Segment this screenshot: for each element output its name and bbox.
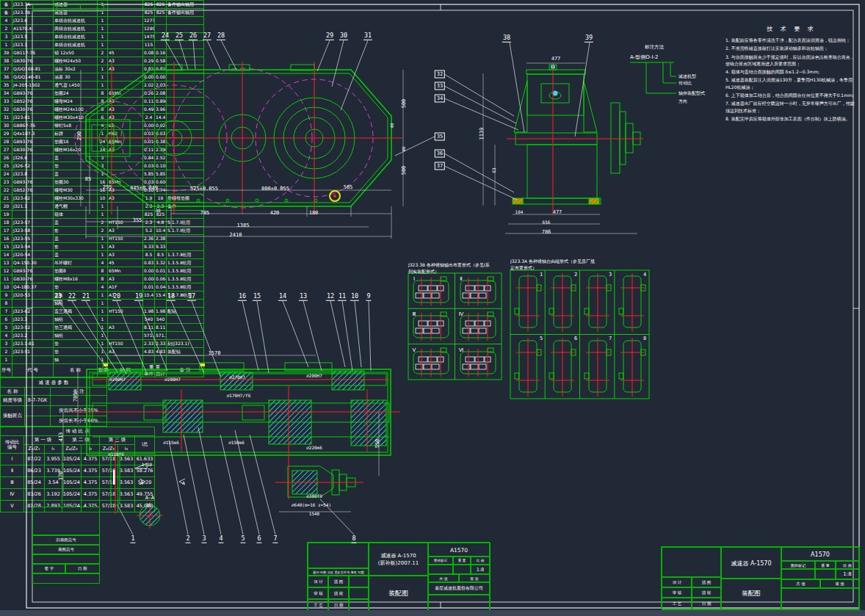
marking-method-title: 标注方法: [645, 44, 718, 51]
variant-grid-left: [408, 273, 502, 380]
marking-method-leaders: [630, 62, 676, 93]
list-item: 3. 与齿面接触斑点少于规定值时，应以齿面涂色法检查啮合斑点，使啮合斑点区域逐渐…: [725, 54, 858, 68]
list-item: 8. 装配完毕后应将箱体外部非加工表面（件自制）抹上防锈油。: [725, 115, 858, 122]
list-item: 1. 装配前应将各零件清洗干净，配合表面涂润滑油，锐边倒钝；: [725, 37, 858, 43]
drawing-code: A1570: [781, 547, 860, 562]
right-grid-caption: J323.3A 各种锥轴自由端形式（参见原厂规 定布置形式）: [510, 258, 650, 271]
process-label: 工 艺: [662, 597, 692, 610]
list-item: 4. 箱体与盖结合面接触的间隙 δ≤1.2~0.3mm;: [725, 68, 858, 75]
marking-item-2: 传动比: [678, 80, 692, 87]
drawing-name: 减速器 A-1570: [720, 547, 782, 579]
side-view: [507, 63, 643, 214]
technical-requirements: 技 术 要 求 1. 装配前应将各零件清洗干净，配合表面涂润滑油，锐边倒钝；2.…: [725, 25, 858, 123]
tech-requirements-title: 技 术 要 求: [725, 25, 858, 33]
list-item: 6. 上下箱体加工结合后，结合面间隙在任何位置不得大于0.1mm;: [725, 92, 858, 98]
marking-item-4: 方向: [678, 98, 687, 105]
marking-method: 标注方法 A-型例O-Ⅰ-2 减速机型 传动比 轴伸装配型式 方向: [630, 44, 718, 61]
list-item: 2. 不准用铁锤直接敲打法安装滚动轴承和齿轮轴面；: [725, 45, 858, 51]
drawing-type: 装配图: [368, 575, 429, 612]
corner-record-boxes: 旧底图总号 底图总号 签 字 日 期: [32, 507, 100, 593]
marking-method-code: A-型例O-Ⅰ-2: [630, 54, 718, 61]
marking-item-3: 轴伸装配型式: [678, 90, 705, 97]
drawing-name: 减速器 A-1570: [380, 552, 416, 559]
list-item: 5. 减速器装配后注入润滑油130升，夏季用H130机械油，冬季用HL20机械油…: [725, 76, 858, 90]
drawing-name-cell: 减速器 A-1570 (新补板)2007.11: [368, 543, 429, 576]
cad-drawing-sheet: 技 术 要 求 1. 装配前应将各零件清洗干净，配合表面涂润滑油，锐边倒钝；2.…: [0, 0, 865, 616]
plan-view: [73, 62, 402, 214]
tech-requirements-list: 1. 装配前应将各零件清洗干净，配合表面涂润滑油，锐边倒钝；2. 不准用铁锤直接…: [725, 37, 858, 122]
drawing-code: A1570: [427, 543, 491, 557]
drawing-name-suffix: (新补板)2007.11: [378, 559, 419, 567]
section-view: [73, 363, 400, 529]
left-grid-caption: J323.3B 各种锥轴输出布置形式（参见Ⅰ系 列实装配形式）: [408, 261, 504, 275]
drawing-type: 装配图: [720, 578, 782, 610]
top-left-strip: [32, 4, 104, 12]
bottom-strip: [0, 610, 865, 616]
title-block-mid: 标记 处数 分区 更改文件号 签名 日期 设 计 描 图 审 核 描 校 工 艺…: [307, 542, 490, 611]
date-label: 日 期: [691, 597, 722, 610]
marking-item-1: 减速机型: [678, 73, 696, 80]
list-item: 7. 减速器出厂前应经空载运转一小时，无异常噪声方可出厂，性能须达到技术标准；: [725, 100, 858, 114]
variant-grid-right: [510, 270, 649, 399]
title-block-right: 设 计 描 图 审 核 描 校 工 艺 日 期 减速器 A-1570 装配图 A…: [661, 546, 859, 609]
